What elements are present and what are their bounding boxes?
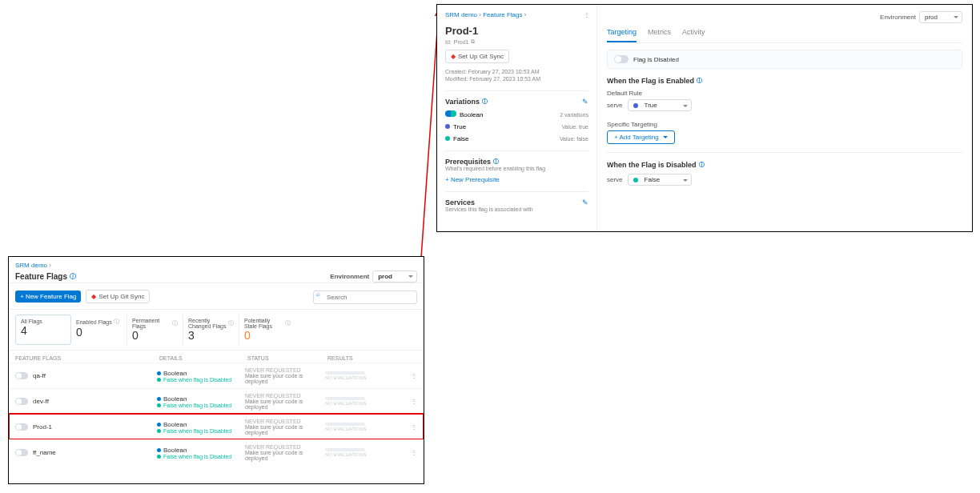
- new-prerequisite-link[interactable]: + New Prerequisite: [445, 176, 500, 183]
- flag-status: Never RequestedMake sure your code is de…: [245, 367, 325, 384]
- info-icon[interactable]: ⓘ: [482, 98, 488, 106]
- stat-enabled-flags[interactable]: Enabled Flagsⓘ 0: [71, 315, 127, 345]
- search-icon: ⌕: [316, 291, 320, 298]
- more-menu-icon[interactable]: ⋮: [584, 11, 590, 18]
- breadcrumb[interactable]: SRM demo › Feature Flags ›: [445, 11, 588, 18]
- stat-permanent-flags[interactable]: Permanent Flagsⓘ 0: [127, 315, 183, 345]
- flag-title: Prod-1: [445, 25, 588, 37]
- flag-state-text: Flag is Disabled: [633, 56, 679, 63]
- serve-select-false[interactable]: False: [628, 174, 692, 186]
- flag-enable-toggle[interactable]: [614, 55, 629, 63]
- stat-recent-flags[interactable]: Recently Changed Flagsⓘ 3: [183, 315, 239, 345]
- stat-label: Potentially Stale Flags: [244, 318, 283, 329]
- variation-false: False: [453, 135, 469, 142]
- dot-icon: [633, 178, 638, 182]
- created-text: Created: February 27, 2023 10:53 AM: [445, 68, 588, 75]
- new-feature-flag-button[interactable]: + New Feature Flag: [15, 291, 81, 303]
- flag-results: No evaluations: [325, 423, 417, 431]
- serve-value: True: [645, 102, 657, 109]
- dot-icon: [157, 423, 161, 427]
- dot-icon: [157, 371, 161, 375]
- environment-select[interactable]: prod: [919, 11, 962, 23]
- boolean-toggle-icon: [445, 110, 456, 117]
- flag-name: qa-ff: [33, 372, 157, 379]
- tab-metrics[interactable]: Metrics: [648, 28, 671, 42]
- flag-toggle[interactable]: [15, 372, 28, 379]
- info-icon[interactable]: ⓘ: [699, 161, 705, 169]
- table-row[interactable]: qa-ffBooleanFalse when flag is DisabledN…: [9, 363, 424, 388]
- more-menu-icon[interactable]: ⋮: [409, 398, 419, 405]
- flag-results: No evaluations: [325, 397, 417, 406]
- table-header: Feature Flags Details Status Results: [9, 351, 424, 363]
- breadcrumb[interactable]: SRM demo ›: [9, 257, 424, 271]
- breadcrumb-parent[interactable]: SRM demo: [15, 262, 47, 269]
- table-row[interactable]: Prod-1BooleanFalse when flag is Disabled…: [9, 414, 424, 439]
- search-input[interactable]: [313, 291, 417, 304]
- add-targeting-button[interactable]: + Add Targeting: [607, 130, 675, 144]
- dot-icon: [633, 103, 638, 108]
- dot-icon: [157, 429, 161, 433]
- breadcrumb-a[interactable]: SRM demo: [445, 11, 477, 18]
- stat-value: 0: [132, 329, 178, 342]
- more-menu-icon[interactable]: ⋮: [409, 449, 419, 456]
- flag-results: No evaluations: [325, 448, 417, 457]
- variation-true: True: [453, 123, 466, 130]
- edit-icon[interactable]: ✎: [582, 198, 588, 206]
- info-icon[interactable]: ⓘ: [493, 158, 499, 166]
- feature-flag-detail-panel: SRM demo › Feature Flags › ⋮ Prod-1 Id: …: [436, 4, 973, 232]
- flag-results: No evaluations: [325, 371, 417, 380]
- disabled-section-title: When the Flag is Disabled: [607, 161, 697, 169]
- stat-stale-flags[interactable]: Potentially Stale Flagsⓘ 0: [239, 315, 295, 345]
- stat-label: Enabled Flags: [76, 319, 112, 325]
- flag-status: Never RequestedMake sure your code is de…: [245, 419, 325, 435]
- table-row[interactable]: ff_nameBooleanFalse when flag is Disable…: [9, 439, 424, 465]
- chevron-right-icon: ›: [524, 11, 527, 18]
- stat-value: 4: [21, 324, 66, 337]
- feature-flags-list-panel: SRM demo › Feature Flags ⓘ Environment p…: [8, 256, 424, 484]
- stat-all-flags[interactable]: All Flags 4: [15, 315, 71, 345]
- chevron-right-icon: ›: [49, 262, 51, 269]
- environment-label: Environment: [880, 14, 916, 21]
- git-sync-button[interactable]: ◆ Set Up Git Sync: [445, 50, 509, 63]
- results-bar: [325, 448, 365, 451]
- col-details: Details: [159, 355, 247, 361]
- flag-toggle[interactable]: [15, 449, 28, 456]
- add-targeting-label: + Add Targeting: [614, 134, 659, 141]
- flag-toggle[interactable]: [15, 423, 28, 431]
- flag-details: BooleanFalse when flag is Disabled: [157, 370, 245, 383]
- services-title: Services: [445, 198, 475, 206]
- col-results: Results: [327, 355, 417, 361]
- stat-label: Permanent Flags: [132, 318, 171, 329]
- page-title: Feature Flags: [15, 272, 67, 281]
- environment-select[interactable]: prod: [372, 271, 417, 283]
- flag-toggle[interactable]: [15, 398, 28, 405]
- tab-activity[interactable]: Activity: [682, 28, 705, 42]
- stat-label: Recently Changed Flags: [188, 318, 227, 329]
- copy-icon[interactable]: ⧉: [471, 38, 475, 45]
- more-menu-icon[interactable]: ⋮: [409, 423, 419, 431]
- flag-status: Never RequestedMake sure your code is de…: [245, 393, 325, 410]
- default-rule-label: Default Rule: [607, 90, 962, 97]
- info-icon[interactable]: ⓘ: [697, 77, 702, 85]
- flag-details: BooleanFalse when flag is Disabled: [157, 395, 245, 408]
- git-icon: ◆: [91, 293, 96, 300]
- flag-name: ff_name: [33, 449, 157, 456]
- more-menu-icon[interactable]: ⋮: [409, 372, 419, 379]
- breadcrumb-b[interactable]: Feature Flags: [483, 11, 522, 18]
- stat-value: 0: [76, 326, 122, 339]
- git-sync-button[interactable]: ◆ Set Up Git Sync: [86, 290, 150, 303]
- info-icon: ⓘ: [228, 319, 234, 327]
- info-icon: ⓘ: [114, 318, 119, 326]
- dot-icon: [157, 455, 161, 459]
- table-row[interactable]: dev-ffBooleanFalse when flag is Disabled…: [9, 388, 424, 414]
- environment-value: prod: [925, 14, 938, 21]
- edit-icon[interactable]: ✎: [582, 98, 588, 106]
- variations-type: Boolean: [460, 111, 483, 118]
- id-label: Id:: [445, 39, 452, 45]
- tab-targeting[interactable]: Targeting: [607, 28, 637, 42]
- prerequisites-subtitle: What's required before enabling this fla…: [445, 166, 588, 171]
- info-icon[interactable]: ⓘ: [70, 272, 76, 281]
- flag-name: dev-ff: [33, 398, 157, 405]
- results-bar: [325, 423, 365, 426]
- serve-select-true[interactable]: True: [628, 99, 692, 111]
